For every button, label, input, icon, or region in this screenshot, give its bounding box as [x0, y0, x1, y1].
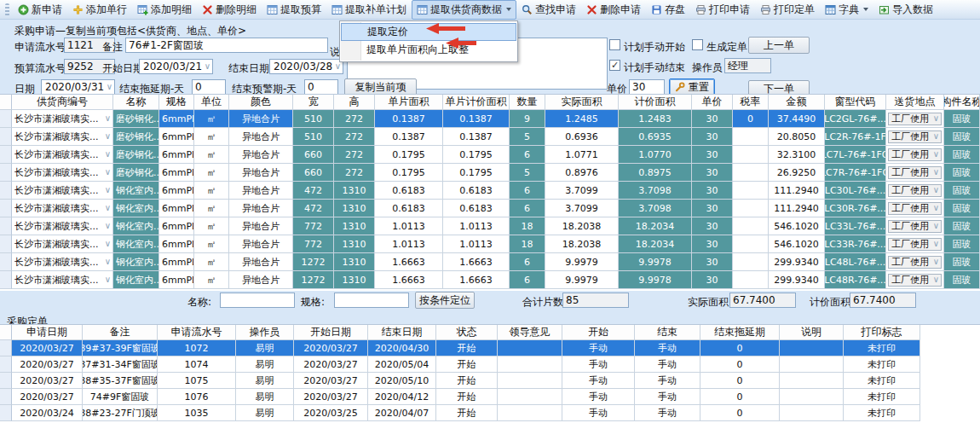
copy-current-button[interactable]: 复制当前项 — [344, 78, 417, 96]
menu-item-1[interactable]: 提取单片面积向上取整 — [341, 41, 516, 59]
detail-cell[interactable]: 472 — [293, 182, 334, 200]
detail-cell[interactable]: LC7L-76#-1FO — [825, 146, 886, 164]
order-cell[interactable]: 74#9F窗固玻 — [83, 389, 158, 405]
detail-cell[interactable]: 546.1020 — [769, 235, 825, 253]
detail-header-17[interactable]: 构件名称 — [944, 95, 980, 110]
detail-cell[interactable]: 772 — [293, 217, 334, 235]
detail-header-10[interactable]: 实际面积 — [545, 95, 619, 110]
detail-row-1[interactable]: 长沙市潇湘玻璃实...∨磨砂钢化...6mmPLE...㎡异地合片5102720… — [0, 128, 980, 146]
detail-cell[interactable]: LC2GL-76#... — [825, 110, 886, 128]
detail-row-3[interactable]: 长沙市潇湘玻璃实...∨磨砂钢化...6mmPLE...㎡异地合片6602720… — [0, 164, 980, 182]
order-cell[interactable]: 易明 — [236, 389, 294, 405]
detail-cell[interactable]: 0.1795 — [443, 164, 510, 182]
order-cell[interactable]: 1072 — [158, 340, 236, 356]
detail-cell[interactable]: 18.2038 — [545, 217, 619, 235]
detail-cell[interactable]: 26.9250 — [769, 164, 825, 182]
order-cell[interactable]: 易明 — [236, 405, 294, 421]
order-cell[interactable] — [780, 389, 844, 405]
delivery-editor[interactable]: 工厂使用∨ — [888, 238, 942, 251]
detail-cell[interactable]: 6mmPLE... — [159, 271, 194, 289]
order-cell[interactable]: 易明 — [236, 356, 294, 373]
detail-cell[interactable]: ㎡ — [194, 146, 229, 164]
toolbar-button-0[interactable]: 新申请 — [13, 0, 67, 20]
detail-cell[interactable] — [733, 146, 769, 164]
order-header-11[interactable]: 说明 — [780, 325, 844, 340]
detail-cell[interactable]: 1.6663 — [443, 271, 510, 289]
order-cell[interactable]: 手动 — [635, 340, 700, 356]
detail-cell[interactable]: LC33R-76#... — [825, 235, 886, 253]
detail-cell[interactable]: 6mmPLE... — [159, 217, 194, 235]
detail-cell[interactable]: 510 — [293, 128, 334, 146]
detail-cell[interactable]: 30 — [692, 146, 733, 164]
detail-cell[interactable] — [733, 253, 769, 271]
detail-cell[interactable]: 固玻 — [944, 110, 980, 128]
detail-cell[interactable]: 30 — [692, 128, 733, 146]
delivery-editor[interactable]: 工厂使用∨ — [888, 220, 942, 233]
order-cell[interactable]: 手动 — [562, 356, 635, 373]
order-header-5[interactable]: 结束日期 — [368, 325, 436, 340]
detail-supplier-dropdown-cell[interactable]: 长沙市潇湘玻璃实...∨ — [12, 235, 113, 253]
detail-cell[interactable]: 固玻 — [944, 200, 980, 217]
detail-cell[interactable]: 1.0770 — [619, 146, 692, 164]
order-cell[interactable]: 1076 — [158, 389, 236, 405]
detail-supplier-dropdown-cell[interactable]: 长沙市潇湘玻璃实...∨ — [12, 128, 113, 146]
order-header-9[interactable]: 结束 — [635, 325, 700, 340]
detail-cell[interactable]: LC48R-76#... — [825, 271, 886, 289]
manual-start-checkbox[interactable] — [609, 39, 620, 50]
toolbar-grip[interactable] — [5, 3, 9, 16]
order-cell[interactable]: 1035 — [158, 405, 236, 421]
order-cell[interactable]: 88#23-27F门顶玻 — [83, 405, 158, 421]
manual-end-checkbox[interactable]: ✓ — [609, 60, 620, 71]
order-cell[interactable]: 89#37-39F窗固玻 — [83, 340, 158, 356]
order-cell[interactable]: 开始 — [436, 356, 498, 373]
detail-cell[interactable]: 6 — [510, 146, 545, 164]
detail-cell[interactable]: ㎡ — [194, 253, 229, 271]
detail-cell[interactable]: 9 — [510, 110, 545, 128]
detail-cell[interactable] — [733, 128, 769, 146]
detail-cell[interactable]: 6 — [510, 253, 545, 271]
detail-cell[interactable]: 1.2485 — [545, 110, 619, 128]
detail-header-2[interactable]: 规格 — [159, 95, 194, 110]
delivery-editor[interactable]: 工厂使用∨ — [888, 130, 942, 143]
priced-area-field[interactable]: 67.7400 — [850, 293, 916, 308]
order-cell[interactable]: 易明 — [236, 373, 294, 389]
order-cell[interactable]: 2020/03/27 — [294, 389, 368, 405]
order-cell[interactable]: 2020/03/27 — [294, 356, 368, 373]
detail-delivery-dropdown-cell[interactable]: 工厂使用∨ — [886, 217, 944, 235]
toolbar-button-12[interactable]: 字典 — [820, 0, 873, 20]
detail-row-4[interactable]: 长沙市潇湘玻璃实...∨钢化室内...6mmPLE...㎡异地合片4721310… — [0, 182, 980, 200]
detail-cell[interactable]: 18.2034 — [619, 217, 692, 235]
order-cell[interactable]: 0 — [700, 356, 780, 373]
detail-header-12[interactable]: 单价 — [692, 95, 733, 110]
detail-cell[interactable]: 3.7098 — [619, 182, 692, 200]
detail-delivery-dropdown-cell[interactable]: 工厂使用∨ — [886, 235, 944, 253]
detail-cell[interactable]: 异地合片 — [229, 253, 293, 271]
detail-cell[interactable]: 异地合片 — [229, 217, 293, 235]
toolbar-button-9[interactable]: 存盘 — [646, 0, 690, 20]
detail-delivery-dropdown-cell[interactable]: 工厂使用∨ — [886, 200, 944, 217]
detail-cell[interactable]: 37.4490 — [769, 110, 825, 128]
detail-header-7[interactable]: 单片面积 — [375, 95, 443, 110]
detail-cell[interactable]: 异地合片 — [229, 146, 293, 164]
detail-cell[interactable]: 6 — [510, 200, 545, 217]
detail-row-8[interactable]: 长沙市潇湘玻璃实...∨钢化室内...6mmPLE...㎡异地合片1272131… — [0, 253, 980, 271]
detail-delivery-dropdown-cell[interactable]: 工厂使用∨ — [886, 146, 944, 164]
detail-cell[interactable] — [733, 200, 769, 217]
detail-cell[interactable]: 6mmPLE... — [159, 110, 194, 128]
order-header-3[interactable]: 操作员 — [236, 325, 294, 340]
detail-supplier-dropdown-cell[interactable]: 长沙市潇湘玻璃实...∨ — [12, 253, 113, 271]
order-cell[interactable]: 手动 — [562, 373, 635, 389]
order-cell[interactable]: 未打印 — [844, 389, 920, 405]
detail-cell[interactable]: 钢化室内... — [113, 217, 159, 235]
unit-price-field[interactable]: 30 — [629, 79, 665, 95]
date-select[interactable]: 2020/03/31 ∨ — [41, 79, 115, 95]
detail-cell[interactable]: 18.2038 — [545, 235, 619, 253]
detail-header-14[interactable]: 金额 — [769, 95, 825, 110]
detail-delivery-dropdown-cell[interactable]: 工厂使用∨ — [886, 128, 944, 146]
order-cell[interactable]: 手动 — [635, 356, 700, 373]
detail-cell[interactable]: 6mmPLE... — [159, 146, 194, 164]
detail-cell[interactable]: LC48L-76#... — [825, 253, 886, 271]
detail-cell[interactable]: 固玻 — [944, 235, 980, 253]
order-cell[interactable] — [498, 405, 562, 421]
order-header-10[interactable]: 结束拖延期 — [700, 325, 780, 340]
